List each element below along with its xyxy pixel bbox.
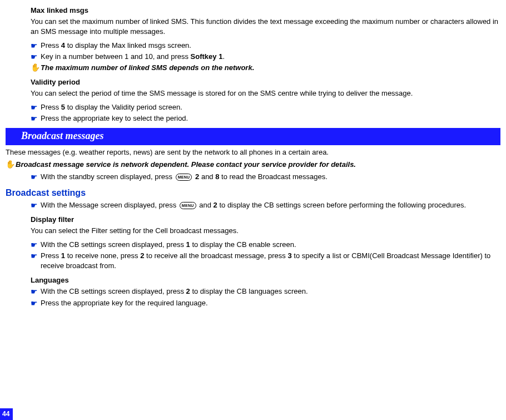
broadcast-intro: These messages (e.g. weather reports, ne… <box>6 147 500 157</box>
page-body: Max linked msgs You can set the maximum … <box>0 0 506 308</box>
hand-icon: ✋ <box>31 63 41 71</box>
step-text: Press 1 to receive none, press 2 to rece… <box>41 251 500 271</box>
pointer-icon: ☛ <box>31 252 41 260</box>
languages-title: Languages <box>31 275 500 285</box>
display-filter-title: Display filter <box>31 215 500 225</box>
broadcast-settings-heading: Broadcast settings <box>6 187 500 199</box>
broadcast-note: ✋ Broadcast message service is network d… <box>6 160 500 170</box>
pointer-icon: ☛ <box>31 288 41 295</box>
step-text: Press 5 to display the Validity period s… <box>41 102 182 112</box>
section-header-broadcast: Broadcast messages <box>6 128 500 145</box>
pointer-icon: ☛ <box>31 201 41 209</box>
pointer-icon: ☛ <box>31 115 41 122</box>
pointer-icon: ☛ <box>31 173 41 181</box>
step-text: With the standby screen displayed, press… <box>41 172 328 182</box>
menu-key-icon: MENU <box>176 174 192 181</box>
note-text: Broadcast message service is network dep… <box>16 160 356 170</box>
step-text: Press 4 to display the Max linked msgs s… <box>41 41 191 51</box>
validity-desc: You can select the period of time the SM… <box>31 88 500 98</box>
validity-steps: ☛ Press 5 to display the Validity period… <box>31 102 500 123</box>
page-number: 44 <box>0 408 13 420</box>
step-text: With the CB settings screen displayed, p… <box>41 286 308 297</box>
max-linked-desc: You can set the maximum number of linked… <box>31 17 500 37</box>
max-linked-title: Max linked msgs <box>31 6 500 16</box>
pointer-icon: ☛ <box>31 103 41 111</box>
pointer-icon: ☛ <box>31 42 41 50</box>
broadcast-settings-step: ☛ With the Message screen displayed, pre… <box>31 200 500 210</box>
step-text: With the Message screen displayed, press… <box>41 200 466 210</box>
step-text: With the CB settings screen displayed, p… <box>41 240 296 250</box>
note-text: The maximum number of linked SMS depends… <box>41 63 254 73</box>
validity-title: Validity period <box>31 77 500 87</box>
languages-steps: ☛ With the CB settings screen displayed,… <box>31 286 500 308</box>
pointer-icon: ☛ <box>31 241 41 249</box>
pointer-icon: ☛ <box>31 299 41 307</box>
step-text: Press the appropriate key for the requir… <box>41 298 208 308</box>
broadcast-read-step: ☛ With the standby screen displayed, pre… <box>31 172 500 182</box>
display-filter-steps: ☛ With the CB settings screen displayed,… <box>31 240 500 271</box>
step-text: Key in a number between 1 and 10, and pr… <box>41 52 225 62</box>
step-text: Press the appropriate key to select the … <box>41 113 188 123</box>
display-filter-desc: You can select the Filter setting for th… <box>31 226 500 236</box>
max-linked-steps: ☛ Press 4 to display the Max linked msgs… <box>31 41 500 73</box>
hand-icon: ✋ <box>6 160 16 168</box>
pointer-icon: ☛ <box>31 53 41 61</box>
menu-key-icon: MENU <box>180 202 196 209</box>
